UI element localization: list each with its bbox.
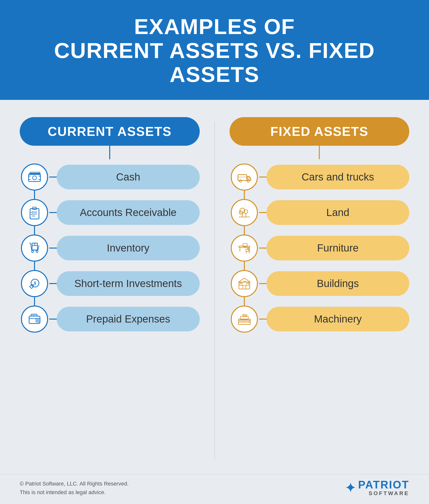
current-item-cash: Cash bbox=[20, 159, 200, 195]
fixed-item-buildings: Buildings bbox=[230, 266, 410, 301]
ar-pill: Accounts Receivable bbox=[57, 200, 200, 225]
prepaid-icon-circle bbox=[21, 306, 48, 333]
land-pill: Land bbox=[267, 200, 410, 225]
buildings-connector bbox=[259, 283, 267, 284]
column-divider bbox=[214, 122, 215, 459]
prepaid-pill: Prepaid Expenses bbox=[57, 307, 200, 331]
svg-point-16 bbox=[32, 251, 34, 252]
machinery-connector bbox=[259, 319, 267, 320]
buildings-pill: Buildings bbox=[267, 271, 410, 296]
svg-point-23 bbox=[37, 320, 39, 321]
cars-pill: Cars and trucks bbox=[267, 165, 410, 189]
investments-icon-circle: $ bbox=[21, 270, 48, 297]
ar-icon-circle bbox=[21, 199, 48, 226]
svg-rect-0 bbox=[29, 174, 40, 181]
fixed-assets-column: FIXED ASSETS bbox=[230, 117, 410, 464]
cars-connector bbox=[259, 177, 267, 178]
inventory-pill: Inventory bbox=[57, 236, 200, 260]
svg-point-17 bbox=[36, 251, 38, 252]
header-section: EXAMPLES OF CURRENT ASSETS VS. FIXED ASS… bbox=[0, 0, 429, 100]
logo-software-label: SOFTWARE bbox=[358, 490, 409, 497]
current-item-investments: $ Short-term Investments bbox=[20, 266, 200, 301]
svg-rect-52 bbox=[239, 320, 241, 322]
furniture-icon-circle bbox=[231, 234, 258, 262]
patriot-logo: ✦ PATRIOT SOFTWARE bbox=[345, 479, 409, 497]
svg-rect-53 bbox=[242, 320, 244, 322]
logo-patriot-label: PATRIOT bbox=[358, 479, 409, 490]
fixed-assets-stem bbox=[319, 146, 320, 159]
main-content: CURRENT ASSETS bbox=[0, 100, 429, 474]
machinery-icon-circle bbox=[231, 306, 258, 333]
current-item-prepaid: Prepaid Expenses bbox=[20, 301, 200, 337]
current-item-inventory: Inventory bbox=[20, 230, 200, 266]
investments-connector bbox=[49, 283, 57, 284]
fixed-assets-items: Cars and trucks bbox=[230, 159, 410, 337]
current-assets-stem bbox=[109, 146, 110, 159]
furniture-pill: Furniture bbox=[267, 236, 410, 260]
prepaid-connector bbox=[49, 319, 57, 320]
furniture-connector bbox=[259, 248, 267, 249]
buildings-icon-circle bbox=[231, 270, 258, 297]
footer-text: © Patriot Software, LLC. All Rights Rese… bbox=[20, 479, 129, 497]
fixed-item-land: Land bbox=[230, 195, 410, 230]
inventory-connector bbox=[49, 248, 57, 249]
cars-icon-circle bbox=[231, 163, 258, 191]
svg-point-1 bbox=[33, 176, 36, 180]
current-assets-header: CURRENT ASSETS bbox=[20, 117, 200, 146]
current-assets-column: CURRENT ASSETS bbox=[20, 117, 200, 464]
svg-rect-25 bbox=[238, 175, 247, 180]
current-item-ar: Accounts Receivable bbox=[20, 195, 200, 230]
svg-rect-54 bbox=[245, 320, 247, 322]
logo-area: ✦ PATRIOT SOFTWARE bbox=[345, 479, 409, 497]
svg-rect-47 bbox=[243, 286, 246, 289]
cash-icon-circle bbox=[21, 163, 48, 191]
svg-text:$: $ bbox=[34, 281, 36, 285]
svg-rect-48 bbox=[240, 284, 242, 286]
fixed-item-machinery: Machinery bbox=[230, 301, 410, 337]
star-icon: ✦ bbox=[345, 481, 356, 495]
footer-section: © Patriot Software, LLC. All Rights Rese… bbox=[0, 474, 429, 504]
land-icon-circle bbox=[231, 199, 258, 226]
cash-connector bbox=[49, 177, 57, 178]
current-assets-items: Cash bbox=[20, 159, 200, 337]
fixed-assets-tree: FIXED ASSETS bbox=[230, 117, 410, 337]
ar-connector bbox=[49, 212, 57, 213]
svg-rect-55 bbox=[248, 320, 250, 322]
inventory-icon-circle bbox=[21, 234, 48, 262]
svg-rect-49 bbox=[246, 284, 249, 286]
fixed-item-furniture: Furniture bbox=[230, 230, 410, 266]
land-connector bbox=[259, 212, 267, 213]
cash-pill: Cash bbox=[57, 165, 200, 189]
current-assets-tree: CURRENT ASSETS bbox=[20, 117, 200, 337]
fixed-assets-header: FIXED ASSETS bbox=[230, 117, 410, 146]
logo-text: PATRIOT SOFTWARE bbox=[358, 479, 409, 497]
page-title: EXAMPLES OF CURRENT ASSETS VS. FIXED ASS… bbox=[20, 15, 409, 86]
investments-pill: Short-term Investments bbox=[57, 271, 200, 296]
fixed-item-cars: Cars and trucks bbox=[230, 159, 410, 195]
machinery-pill: Machinery bbox=[267, 307, 410, 331]
svg-rect-22 bbox=[36, 319, 40, 322]
